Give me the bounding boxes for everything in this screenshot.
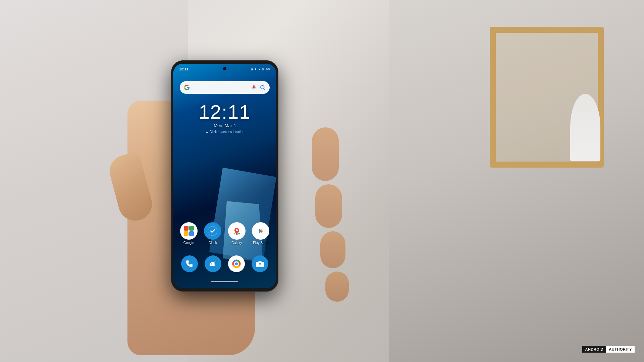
lens-icon[interactable] [260,84,266,90]
playstore-app-icon[interactable] [252,222,269,240]
watermark-authority: AUTHORITY [606,346,635,353]
front-camera [223,67,226,70]
app-dock [178,255,272,272]
app-clock[interactable]: Clock [202,222,224,245]
clock-app-label: Clock [209,241,217,245]
app-gallery[interactable]: Gallery [226,222,248,245]
svg-point-6 [238,233,240,235]
messages-icon-svg [208,259,218,269]
watermark: ANDROID AUTHORITY [582,346,635,353]
clock-date-display: Mon, Mar 4 [173,123,276,128]
bg-right [389,0,644,362]
chrome-icon-svg [231,258,242,269]
phone-dock-icon[interactable] [181,255,198,272]
battery-text: 6% [266,67,270,71]
dock-phone[interactable] [181,255,198,272]
svg-point-13 [214,260,216,262]
svg-point-5 [236,234,237,235]
location-text: Click to access location [210,130,245,134]
google-apps-icon-grid [184,226,194,236]
nfc-icon: Ⓝ [262,67,264,71]
phone-body: 12:11 ▣ ⬇ ▲ Ⓝ 6% [171,60,278,292]
finger-1 [312,127,339,181]
clock-location-display[interactable]: ☁ Click to access location [173,130,276,134]
clock-widget[interactable]: 12:11 Mon, Mar 4 ☁ Click to access locat… [173,102,276,134]
svg-point-9 [211,263,212,264]
gallery-icon-svg [231,225,243,237]
microphone-icon[interactable] [251,84,257,90]
phone-icon-svg [185,259,194,268]
finger-4 [325,272,349,302]
sim-icon: ▣ [251,68,254,71]
app-playstore[interactable]: Play Store [250,222,272,245]
download-icon: ⬇ [255,68,257,71]
google-app-label: Google [183,241,194,245]
svg-point-11 [214,263,215,264]
gallery-app-icon[interactable] [228,222,246,240]
playstore-app-label: Play Store [253,241,268,245]
wifi-icon: ▲ [258,68,261,71]
gallery-app-label: Gallery [231,241,242,245]
svg-point-16 [235,262,238,265]
dock-chrome[interactable] [228,255,245,272]
status-time: 12:11 [179,67,189,71]
shelf-object [570,94,600,161]
google-app-icon[interactable] [180,222,198,240]
svg-point-4 [233,233,235,235]
finger-3 [320,231,345,268]
clock-icon-svg [207,226,218,236]
clock-time-display: 12:11 [173,102,276,122]
playstore-icon-svg [255,225,266,237]
cloud-icon: ☁ [205,130,209,134]
messages-dock-icon[interactable] [205,255,221,272]
chrome-dock-icon[interactable] [228,255,245,272]
app-grid: Google Clock [178,222,272,245]
svg-point-18 [259,263,261,265]
watermark-android: ANDROID [582,346,606,353]
google-g-logo [184,84,190,90]
svg-point-1 [208,226,217,236]
hand-holding-phone: 12:11 ▣ ⬇ ▲ Ⓝ 6% [127,60,329,345]
camera-dock-icon[interactable] [252,255,268,272]
app-google[interactable]: Google [178,222,200,245]
svg-point-3 [236,229,238,231]
status-icons: ▣ ⬇ ▲ Ⓝ 6% [251,67,270,71]
dock-messages[interactable] [205,255,221,272]
dock-camera[interactable] [252,255,268,272]
finger-2 [315,184,342,228]
camera-icon-svg [255,259,265,268]
phone-screen: 12:11 ▣ ⬇ ▲ Ⓝ 6% [173,64,276,288]
google-search-bar[interactable] [180,81,270,94]
svg-point-10 [213,263,214,264]
clock-app-icon[interactable] [204,222,221,240]
home-indicator[interactable] [211,281,238,282]
